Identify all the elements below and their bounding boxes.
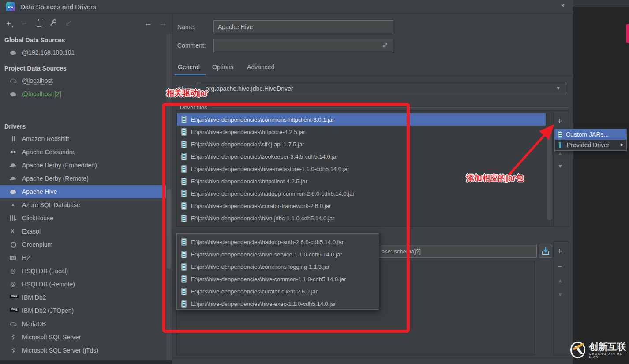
popup-file-row[interactable]: E:\jars\hive-denpendencies\hive-exec-1.1…: [177, 297, 379, 310]
tree-row[interactable]: Apache Hive: [0, 185, 166, 198]
driver-file-row[interactable]: E:\jars\hive-denpendencies\curator-frame…: [177, 200, 546, 212]
azure-icon: [10, 201, 17, 208]
add-jar-context-menu: Custom JARs... ▶ Provided Driver ▶: [554, 129, 627, 151]
wrench-icon[interactable]: [49, 19, 57, 26]
driver-file-row[interactable]: E:\jars\hive-denpendencies\httpcore-4.2.…: [177, 126, 546, 138]
driver-class-combobox[interactable]: org.apache.hive.jdbc.HiveDriver ▼: [197, 82, 566, 95]
jar-icon: [181, 178, 187, 185]
driver-file-row[interactable]: E:\jars\hive-denpendencies\hadoop-common…: [177, 187, 546, 200]
popup-file-row[interactable]: E:\jars\hive-denpendencies\commons-loggi…: [177, 260, 379, 273]
chevron-down-icon[interactable]: ▼: [556, 85, 561, 91]
tree-row[interactable]: Apache Derby (Remote): [0, 172, 166, 185]
import-icon: ↙: [65, 19, 71, 27]
add-dropdown-caret-icon[interactable]: ▾: [11, 25, 14, 29]
tree-row[interactable]: HSQLDB (Remote): [0, 278, 166, 291]
mysql-icon: [10, 49, 17, 56]
tree-row-label: H2: [22, 254, 30, 261]
tree-row[interactable]: Apache Derby (Embedded): [0, 159, 166, 172]
driver-files-label: Driver files: [180, 104, 207, 111]
tree-row[interactable]: Azure SQL Database: [0, 198, 166, 212]
redshift-icon: [10, 135, 17, 142]
tree-row-label: IBM Db2: [22, 294, 46, 301]
datagrip-app-icon: DG: [6, 2, 15, 11]
popup-file-row[interactable]: E:\jars\hive-denpendencies\hive-service-…: [177, 248, 379, 260]
data-source-tree: Global Data Sources @192.168.100.101 Pro…: [0, 34, 166, 360]
menu-item[interactable]: Provided Driver ▶: [555, 140, 626, 150]
driver-file-row[interactable]: E:\jars\hive-denpendencies\slf4j-api-1.7…: [177, 138, 546, 150]
tree-row[interactable]: HSQLDB (Local): [0, 264, 166, 278]
duplicate-icon[interactable]: [36, 19, 43, 26]
provided-icon: [558, 142, 563, 148]
add-jar-button[interactable]: +: [557, 117, 562, 125]
jar-icon: [181, 300, 187, 308]
popup-file-row[interactable]: E:\jars\hive-denpendencies\hadoop-auth-2…: [177, 236, 379, 248]
sidebar-scrollbar-thumb[interactable]: [167, 189, 171, 269]
close-icon[interactable]: ×: [558, 0, 568, 11]
add-url-template-button[interactable]: +: [557, 247, 562, 255]
url-move-up-button: ▲: [558, 278, 563, 283]
remove-url-template-button[interactable]: −: [557, 262, 562, 271]
tree-row[interactable]: Apache Cassandra: [0, 145, 166, 159]
tab-advanced[interactable]: Advanced: [247, 63, 274, 71]
menu-item[interactable]: Custom JARs... ▶: [555, 129, 626, 140]
expand-comment-icon[interactable]: [382, 42, 388, 48]
watermark-title: 创新互联: [589, 342, 629, 352]
jar-path: E:\jars\hive-denpendencies\commons-loggi…: [191, 264, 329, 270]
db2-icon: [10, 294, 17, 301]
comment-label: Comment:: [177, 42, 206, 49]
tree-row[interactable]: @192.168.100.101: [0, 46, 166, 59]
tree-row[interactable]: IBM Db2 (JTOpen): [0, 304, 166, 317]
popup-file-row[interactable]: E:\jars\hive-denpendencies\hive-common-1…: [177, 273, 379, 285]
tree-row[interactable]: H2: [0, 251, 166, 264]
tree-row[interactable]: IBM Db2: [0, 291, 166, 304]
tree-row: Global Data Sources: [0, 34, 166, 46]
remove-data-source-icon: −: [22, 20, 26, 28]
add-data-source-icon[interactable]: +: [6, 19, 11, 28]
tree-row-label: @localhost: [22, 77, 52, 85]
hive-icon: [10, 188, 17, 195]
back-arrow-icon[interactable]: ←: [144, 19, 152, 27]
popup-file-row[interactable]: E:\jars\hive-denpendencies\curator-clien…: [177, 285, 379, 297]
driver-files-list: E:\jars\hive-denpendencies\commons-httpc…: [177, 111, 546, 227]
sidebar-footer-strip: [0, 360, 172, 364]
jar-path: E:\jars\hive-denpendencies\commons-httpc…: [191, 116, 334, 123]
tree-row[interactable]: Amazon Redshift: [0, 132, 166, 145]
paste-url-button[interactable]: [539, 245, 552, 258]
driver-file-row[interactable]: E:\jars\hive-denpendencies\zookeeper-3.4…: [177, 150, 546, 163]
tree-row[interactable]: MySQL: [0, 357, 166, 360]
move-up-button: ▲: [558, 151, 563, 156]
tree-row-label: Azure SQL Database: [22, 201, 80, 208]
tree-row[interactable]: @localhost: [0, 74, 166, 87]
driver-file-row[interactable]: E:\jars\hive-denpendencies\hive-jdbc-1.1…: [177, 212, 546, 224]
tree-row[interactable]: ClickHouse: [0, 212, 166, 225]
menu-item-label: Provided Driver: [567, 141, 609, 149]
move-down-button[interactable]: ▼: [558, 163, 563, 169]
tree-row-label: Project Data Sources: [4, 65, 67, 72]
jar-icon: [181, 202, 187, 210]
tree-row-label: Microsoft SQL Server: [22, 334, 81, 341]
tab-general[interactable]: General: [178, 63, 200, 71]
tree-row[interactable]: @localhost [2]: [0, 87, 166, 100]
name-label: Name:: [177, 23, 195, 30]
desktop-top-strip: [573, 0, 629, 7]
driver-files-scrollbar-thumb[interactable]: [547, 130, 552, 220]
driver-file-row[interactable]: E:\jars\hive-denpendencies\commons-httpc…: [177, 113, 546, 126]
greenplum-icon: [10, 241, 17, 248]
tree-row-label: Global Data Sources: [4, 37, 65, 44]
comment-input[interactable]: [213, 39, 393, 52]
tree-row[interactable]: Microsoft SQL Server: [0, 331, 166, 344]
tab-options[interactable]: Options: [212, 63, 233, 71]
tree-row[interactable]: Microsoft SQL Server (jTds): [0, 344, 166, 357]
extra-jars-popup: E:\jars\hive-denpendencies\hadoop-auth-2…: [176, 233, 379, 310]
dialog-titlebar: DG Data Sources and Drivers ×: [0, 0, 573, 13]
jar-path: E:\jars\hive-denpendencies\curator-frame…: [191, 203, 331, 209]
name-input[interactable]: Apache Hive: [213, 20, 393, 33]
tree-row-label: Apache Derby (Remote): [22, 175, 89, 182]
jar-path: E:\jars\hive-denpendencies\curator-clien…: [191, 288, 318, 295]
tree-row[interactable]: Greenplum: [0, 238, 166, 251]
jar-icon: [181, 275, 187, 283]
tree-row[interactable]: MariaDB: [0, 317, 166, 331]
tree-row[interactable]: Exasol: [0, 225, 166, 238]
db2-icon: [10, 307, 17, 314]
footer-divider: [172, 358, 573, 358]
